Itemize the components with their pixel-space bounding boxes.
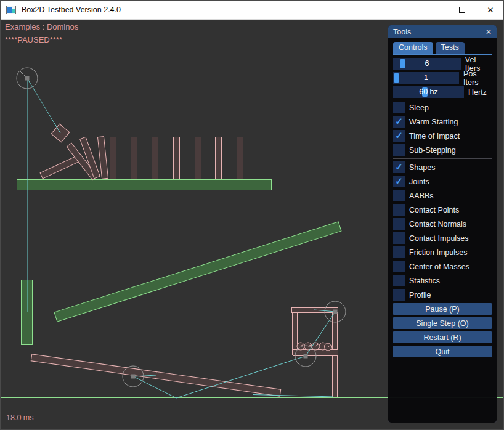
domino-platform [17, 180, 272, 190]
domino [131, 137, 137, 179]
shapes-label: Shapes [409, 163, 435, 172]
domino [110, 137, 116, 179]
green-post [22, 280, 33, 345]
hertz-value: 60 hz [393, 86, 464, 98]
vel-iters-row: 6 Vel Iters [393, 58, 492, 70]
checkbox-contact-impulses[interactable]: ✓ Contact Impulses [393, 232, 492, 244]
statistics-checkbox[interactable]: ✓ [393, 275, 405, 286]
joints-checkbox[interactable]: ✓ [393, 176, 405, 187]
hertz-label: Hertz [468, 88, 487, 97]
draw-checkbox-group: ✓ Shapes ✓ Joints ✓ AABBs ✓ Contact Poin… [393, 161, 492, 301]
single-step-button[interactable]: Single Step (O) [393, 317, 492, 329]
solver-checkbox-group: ✓ Sleep ✓ Warm Starting ✓ Time of Impact… [393, 102, 492, 156]
checkbox-joints[interactable]: ✓ Joints [393, 176, 492, 187]
tools-panel-titlebar[interactable]: Tools ✕ [388, 25, 497, 38]
profile-checkbox[interactable]: ✓ [393, 289, 405, 301]
check-icon: ✓ [395, 116, 403, 126]
contact-impulses-checkbox[interactable]: ✓ [393, 232, 405, 244]
statistics-label: Statistics [409, 277, 440, 285]
checkbox-shapes[interactable]: ✓ Shapes [393, 161, 492, 173]
center-of-masses-label: Center of Masses [409, 262, 469, 271]
close-icon: ✕ [487, 5, 494, 15]
pos-iters-slider[interactable]: 1 [393, 72, 459, 84]
time-of-impact-label: Time of Impact [409, 132, 460, 140]
shapes-checkbox[interactable]: ✓ [393, 161, 405, 173]
hertz-row: 60 hz Hertz [393, 86, 492, 98]
center-of-masses-checkbox[interactable]: ✓ [393, 261, 405, 272]
pause-button[interactable]: Pause (P) [393, 303, 492, 315]
friction-impulses-label: Friction Impulses [409, 248, 467, 257]
checkbox-time-of-impact[interactable]: ✓ Time of Impact [393, 130, 492, 142]
checkbox-center-of-masses[interactable]: ✓ Center of Masses [393, 261, 492, 272]
paused-label: ****PAUSED**** [5, 35, 62, 44]
maximize-icon [459, 7, 465, 13]
domino [195, 137, 201, 179]
minimize-icon [431, 10, 437, 10]
ground-joint-line [253, 395, 333, 397]
warm-starting-label: Warm Starting [409, 118, 458, 126]
checkbox-contact-normals[interactable]: ✓ Contact Normals [393, 218, 492, 230]
sleep-checkbox[interactable]: ✓ [393, 102, 405, 113]
profile-label: Profile [409, 291, 431, 299]
contact-impulses-label: Contact Impulses [409, 234, 469, 243]
tab-controls-label: Controls [399, 43, 428, 52]
minimize-button[interactable] [420, 1, 448, 19]
warm-starting-checkbox[interactable]: ✓ [393, 116, 405, 128]
tab-bar: Controls Tests [393, 42, 492, 55]
check-icon: ✓ [395, 162, 403, 171]
maximize-button[interactable] [448, 1, 476, 19]
pos-iters-value: 1 [393, 72, 459, 84]
checkbox-sleep[interactable]: ✓ Sleep [393, 102, 492, 113]
checkbox-aabbs[interactable]: ✓ AABBs [393, 190, 492, 201]
checkbox-warm-starting[interactable]: ✓ Warm Starting [393, 116, 492, 128]
tab-tests-label: Tests [441, 43, 459, 52]
sleep-label: Sleep [409, 103, 429, 112]
window-controls: ✕ [420, 1, 504, 19]
tools-panel-close-icon[interactable]: ✕ [486, 28, 492, 36]
hertz-slider[interactable]: 60 hz [393, 86, 464, 98]
contact-normals-checkbox[interactable]: ✓ [393, 218, 405, 230]
domino-fallen [40, 155, 81, 179]
domino [174, 137, 180, 179]
pos-iters-label: Pos Iters [463, 70, 492, 87]
checkbox-statistics[interactable]: ✓ Statistics [393, 275, 492, 286]
button-group: Pause (P) Single Step (O) Restart (R) Qu… [393, 303, 492, 357]
checkbox-friction-impulses[interactable]: ✓ Friction Impulses [393, 246, 492, 258]
quit-button[interactable]: Quit [393, 346, 492, 357]
tab-controls[interactable]: Controls [393, 42, 433, 54]
domino [152, 137, 158, 179]
friction-impulses-checkbox[interactable]: ✓ [393, 246, 405, 258]
aabbs-label: AABBs [409, 192, 434, 200]
vel-iters-value: 6 [393, 58, 461, 70]
close-button[interactable]: ✕ [476, 1, 504, 19]
frame-time-label: 18.0 ms [6, 413, 33, 422]
checkbox-contact-points[interactable]: ✓ Contact Points [393, 204, 492, 216]
checkbox-profile[interactable]: ✓ Profile [393, 289, 492, 301]
restart-button[interactable]: Restart (R) [393, 331, 492, 343]
domino [216, 137, 222, 179]
contact-points-checkbox[interactable]: ✓ [393, 204, 405, 216]
check-icon: ✓ [395, 131, 403, 140]
app-icon [6, 6, 16, 14]
sub-stepping-checkbox[interactable]: ✓ [393, 144, 405, 156]
vel-iters-slider[interactable]: 6 [393, 58, 461, 70]
aabbs-checkbox[interactable]: ✓ [393, 190, 405, 201]
pos-iters-row: 1 Pos Iters [393, 72, 492, 84]
check-icon: ✓ [395, 176, 403, 185]
tools-panel-title: Tools [393, 28, 411, 36]
checkbox-sub-stepping[interactable]: ✓ Sub-Stepping [393, 144, 492, 156]
window-titlebar[interactable]: Box2D Testbed Version 2.4.0 ✕ [1, 1, 504, 20]
window-title: Box2D Testbed Version 2.4.0 [22, 6, 121, 14]
time-of-impact-checkbox[interactable]: ✓ [393, 130, 405, 142]
separator [393, 158, 492, 159]
contact-normals-label: Contact Normals [409, 220, 466, 229]
contact-points-label: Contact Points [409, 206, 459, 214]
example-label: Examples : Dominos [5, 22, 78, 31]
box2d-testbed-window: { "window": { "title": "Box2D Testbed Ve… [0, 0, 504, 430]
simulation-canvas[interactable]: Examples : Dominos ****PAUSED**** 18.0 m… [1, 20, 504, 430]
tilted-green-plank [54, 222, 341, 322]
balls-group [297, 343, 332, 351]
tab-tests[interactable]: Tests [436, 42, 465, 54]
domino-tilting [97, 137, 108, 179]
tools-panel: Tools ✕ Controls Tests 6 Vel Iters [388, 25, 497, 423]
